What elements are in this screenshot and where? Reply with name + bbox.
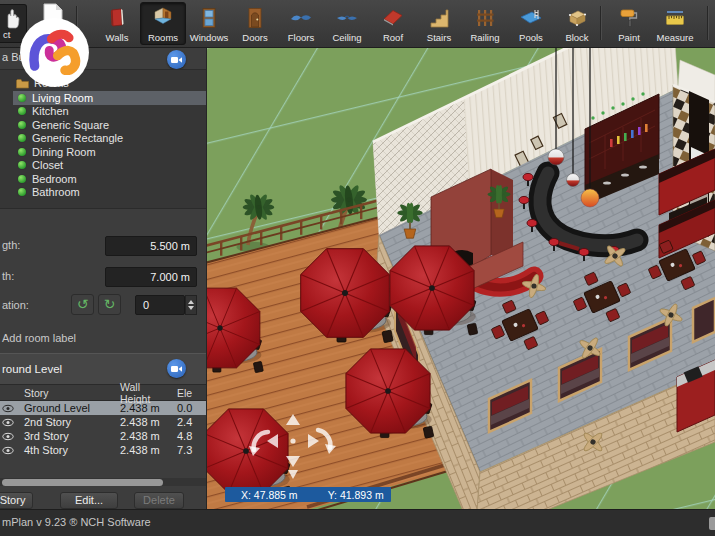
spinner-up-icon[interactable] [188, 300, 194, 304]
stories-header-text: round Level [2, 363, 62, 375]
add-room-label-text[interactable]: Add room label [2, 332, 76, 344]
story-row-2nd[interactable]: 2nd Story 2.438 m 2.4 [0, 415, 207, 429]
floors-icon [288, 6, 314, 30]
room-bullet-icon [18, 175, 26, 183]
rotation-label: ation: [2, 299, 29, 311]
toolbar-button-doors[interactable]: Doors [232, 2, 278, 45]
column-story[interactable]: Story [15, 387, 113, 399]
cursor-y-coordinate: Y: 41.893 m [328, 489, 384, 501]
room-type-living-room[interactable]: Living Room [13, 91, 207, 105]
room-bullet-icon [18, 94, 26, 102]
column-wall-height[interactable]: Wall Height [113, 381, 170, 405]
hand-cursor-icon [2, 7, 20, 29]
room-bullet-icon [18, 161, 26, 169]
room-type-generic-rectangle[interactable]: Generic Rectangle [13, 132, 207, 146]
width-input[interactable]: 7.000 m [105, 267, 197, 287]
visibility-eye-icon[interactable] [0, 418, 15, 427]
toolbar-button-rooms[interactable]: Rooms [140, 2, 186, 45]
room-bullet-icon [18, 121, 26, 129]
length-input[interactable]: 5.500 m [105, 236, 197, 256]
toolbar-separator [707, 6, 708, 40]
room-bullet-icon [18, 188, 26, 196]
new-story-button[interactable]: ew Story [0, 492, 33, 509]
room-bullet-icon [18, 107, 26, 115]
rotation-spinner[interactable] [185, 295, 197, 315]
nav-center-dot[interactable] [290, 438, 295, 443]
toolbar-button-block[interactable]: Block [554, 2, 600, 45]
select-tool-label: ct [3, 29, 10, 40]
cursor-coordinate-badge: X: 47.885 m Y: 41.893 m [225, 487, 391, 502]
room-type-bedroom[interactable]: Bedroom [13, 172, 207, 186]
3d-scene [207, 47, 715, 509]
ceiling-icon [334, 6, 360, 30]
room-type-bathroom[interactable]: Bathroom [13, 186, 207, 200]
stories-scrollbar[interactable] [0, 478, 207, 486]
help-video-button[interactable] [167, 359, 186, 378]
rooms-icon [150, 6, 176, 30]
railing-icon [472, 6, 498, 30]
toolbar-button-measure[interactable]: Measure [652, 2, 698, 45]
toolbar-button-windows[interactable]: Windows [186, 2, 232, 45]
windows-icon [196, 6, 222, 30]
pools-icon [518, 6, 544, 30]
video-camera-icon [171, 56, 182, 64]
delete-story-button[interactable]: Delete [134, 492, 184, 509]
status-bar-corner-icon[interactable] [709, 517, 715, 530]
toolbar-button-roof[interactable]: Roof [370, 2, 416, 45]
toolbar-button-ceiling[interactable]: Ceiling [324, 2, 370, 45]
room-type-closet[interactable]: Closet [13, 159, 207, 173]
edit-story-button[interactable]: Edit... [60, 492, 118, 509]
toolbar-button-walls[interactable]: Walls [94, 2, 140, 45]
width-field-row: th: 7.000 m [0, 267, 207, 287]
room-type-dining-room[interactable]: Dining Room [13, 145, 207, 159]
paint-icon [616, 6, 642, 30]
measure-icon [662, 6, 688, 30]
room-bullet-icon [18, 134, 26, 142]
status-bar: mPlan v 9.23 ® NCH Software [0, 509, 715, 536]
story-row-4th[interactable]: 4th Story 2.438 m 7.3 [0, 443, 207, 457]
column-elevation[interactable]: Ele [170, 387, 207, 399]
toolbar: ct Walls Rooms [0, 0, 715, 48]
length-label: gth: [2, 239, 20, 251]
walls-icon [104, 6, 130, 30]
scrollbar-thumb[interactable] [2, 479, 163, 486]
stories-section-header: round Level [0, 353, 207, 385]
room-bullet-icon [18, 148, 26, 156]
spinner-down-icon[interactable] [188, 306, 194, 310]
video-camera-icon [171, 365, 182, 373]
status-bar-text: mPlan v 9.23 ® NCH Software [2, 516, 151, 528]
rotate-cw-button[interactable]: ↻ [98, 294, 121, 315]
toolbar-button-pools[interactable]: Pools [508, 2, 554, 45]
3d-viewport[interactable]: X: 47.885 m Y: 41.893 m [207, 47, 715, 509]
block-icon [564, 6, 590, 30]
help-video-button[interactable] [167, 50, 186, 69]
doors-icon [242, 6, 268, 30]
toolbar-button-floors[interactable]: Floors [278, 2, 324, 45]
visibility-eye-icon[interactable] [0, 446, 15, 455]
stories-table: Story Wall Height Ele Ground Level 2.438… [0, 385, 207, 457]
dreamplan-logo [19, 17, 90, 88]
room-type-tree: Rooms Living Room Kitchen Generic Square… [0, 69, 207, 209]
dreamplan-window: ct Walls Rooms [0, 0, 715, 536]
length-field-row: gth: 5.500 m [0, 236, 207, 256]
toolbar-button-railing[interactable]: Railing [462, 2, 508, 45]
rotation-input[interactable]: 0 [135, 295, 185, 315]
toolbar-button-stairs[interactable]: Stairs [416, 2, 462, 45]
story-row-3rd[interactable]: 3rd Story 2.438 m 4.8 [0, 429, 207, 443]
stairs-icon [426, 6, 452, 30]
rotate-ccw-button[interactable]: ↺ [71, 294, 94, 315]
stories-table-header: Story Wall Height Ele [0, 385, 207, 401]
toolbar-build-group: Walls Rooms Windows [94, 2, 600, 45]
visibility-eye-icon[interactable] [0, 432, 15, 441]
room-type-generic-square[interactable]: Generic Square [13, 118, 207, 132]
cursor-x-coordinate: X: 47.885 m [241, 489, 298, 501]
rotation-field-row: ation: ↺ ↻ 0 [0, 296, 207, 316]
story-row-ground-level[interactable]: Ground Level 2.438 m 0.0 [0, 401, 207, 415]
roof-icon [380, 6, 406, 30]
width-label: th: [2, 270, 14, 282]
visibility-eye-icon[interactable] [0, 404, 15, 413]
room-type-kitchen[interactable]: Kitchen [13, 105, 207, 119]
toolbar-separator [600, 6, 601, 40]
rooms-panel: a Bul Rooms Living Room Kitchen Generic … [0, 47, 207, 509]
toolbar-button-paint[interactable]: Paint [606, 2, 652, 45]
